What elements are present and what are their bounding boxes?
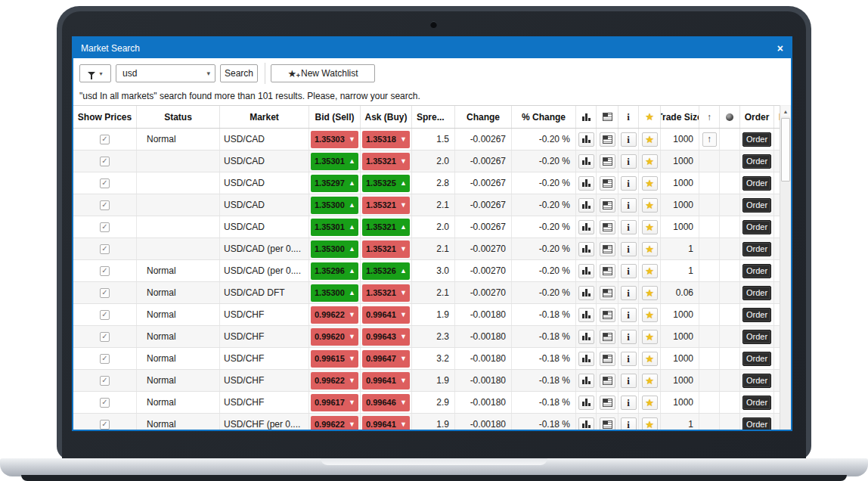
bid-price[interactable]: 1.35301▲ — [311, 219, 358, 236]
show-prices-checkbox[interactable]: ✓ — [100, 157, 110, 166]
market-window-button[interactable] — [600, 132, 615, 147]
search-button[interactable]: Search — [220, 64, 258, 82]
col-order[interactable]: Order — [740, 106, 774, 128]
chart-button[interactable] — [578, 396, 594, 410]
new-watchlist-button[interactable]: ★+ New Watchlist — [271, 64, 375, 82]
order-button[interactable]: Order — [742, 242, 771, 256]
favorite-button[interactable]: ★ — [642, 198, 658, 213]
ask-price[interactable]: 1.35321▼ — [362, 197, 410, 214]
favorite-button[interactable]: ★ — [642, 352, 658, 366]
ask-price[interactable]: 1.35321▼ — [362, 240, 410, 258]
market-window-button[interactable] — [600, 308, 615, 322]
show-prices-checkbox[interactable]: ✓ — [100, 288, 110, 298]
vertical-scrollbar[interactable]: ▲ — [780, 105, 791, 431]
show-prices-checkbox[interactable]: ✓ — [100, 398, 110, 408]
col-ask[interactable]: Ask (Buy) — [361, 106, 412, 128]
market-window-button[interactable] — [600, 242, 615, 256]
order-button[interactable]: Order — [742, 352, 771, 366]
ask-price[interactable]: 0.99641▼ — [362, 306, 410, 324]
show-prices-checkbox[interactable]: ✓ — [100, 266, 110, 276]
info-button[interactable]: i — [621, 198, 637, 213]
search-input[interactable]: usd ▾ — [116, 64, 215, 82]
order-button[interactable]: Order — [742, 198, 771, 213]
bid-price[interactable]: 1.35300▲ — [311, 197, 358, 214]
chart-button[interactable] — [578, 352, 594, 366]
info-button[interactable]: i — [621, 330, 637, 344]
col-market[interactable]: Market — [220, 106, 309, 128]
bid-price[interactable]: 0.99622▼ — [311, 372, 358, 389]
chart-button[interactable] — [578, 330, 594, 344]
col-change[interactable]: Change — [455, 106, 512, 128]
chart-button[interactable] — [578, 374, 594, 388]
bid-price[interactable]: 1.35303▼ — [311, 131, 358, 148]
info-button[interactable]: i — [621, 132, 637, 147]
favorite-button[interactable]: ★ — [642, 308, 658, 322]
info-button[interactable]: i — [621, 154, 637, 169]
order-button[interactable]: Order — [742, 154, 771, 169]
favorite-button[interactable]: ★ — [642, 242, 658, 256]
col-market-window[interactable] — [597, 106, 618, 128]
sort-up-button[interactable]: ↑ — [702, 132, 717, 147]
bid-price[interactable]: 0.99617▼ — [311, 394, 358, 411]
chart-button[interactable] — [578, 176, 594, 191]
bid-price[interactable]: 0.99622▼ — [311, 306, 358, 324]
favorite-button[interactable]: ★ — [642, 396, 658, 410]
col-status[interactable]: Status — [137, 106, 220, 128]
info-button[interactable]: i — [621, 264, 637, 278]
bid-price[interactable]: 0.99620▼ — [311, 328, 358, 346]
bid-price[interactable]: 0.99615▼ — [311, 350, 358, 368]
show-prices-checkbox[interactable]: ✓ — [100, 135, 110, 144]
show-prices-checkbox[interactable]: ✓ — [100, 354, 110, 364]
col-clock[interactable] — [720, 106, 740, 128]
market-window-button[interactable] — [600, 374, 615, 388]
show-prices-checkbox[interactable]: ✓ — [100, 420, 110, 430]
col-favorite[interactable]: ★ — [639, 106, 661, 128]
market-window-button[interactable] — [600, 176, 615, 191]
order-button[interactable]: Order — [742, 286, 771, 300]
order-button[interactable]: Order — [742, 176, 771, 191]
bid-price[interactable]: 1.35296▲ — [311, 262, 358, 280]
info-button[interactable]: i — [621, 242, 637, 256]
order-button[interactable]: Order — [742, 132, 771, 147]
scrollbar-thumb[interactable] — [781, 118, 790, 182]
show-prices-checkbox[interactable]: ✓ — [100, 222, 110, 232]
market-window-button[interactable] — [600, 330, 615, 344]
show-prices-checkbox[interactable]: ✓ — [100, 376, 110, 386]
favorite-button[interactable]: ★ — [642, 132, 658, 147]
show-prices-checkbox[interactable]: ✓ — [100, 178, 110, 188]
favorite-button[interactable]: ★ — [642, 176, 658, 191]
ask-price[interactable]: 1.35321▲ — [362, 219, 410, 236]
chart-button[interactable] — [578, 417, 594, 432]
market-window-button[interactable] — [600, 198, 615, 213]
market-window-button[interactable] — [600, 154, 615, 169]
chart-button[interactable] — [578, 132, 594, 147]
market-window-button[interactable] — [600, 220, 615, 234]
chart-button[interactable] — [578, 308, 594, 322]
favorite-button[interactable]: ★ — [642, 374, 658, 388]
market-window-button[interactable] — [600, 417, 615, 432]
favorite-button[interactable]: ★ — [642, 220, 658, 234]
col-show-prices[interactable]: Show Prices — [73, 106, 137, 128]
show-prices-checkbox[interactable]: ✓ — [100, 244, 110, 254]
chart-button[interactable] — [578, 242, 594, 256]
show-prices-checkbox[interactable]: ✓ — [100, 200, 110, 210]
show-prices-checkbox[interactable]: ✓ — [100, 332, 110, 342]
order-button[interactable]: Order — [742, 417, 771, 432]
show-prices-checkbox[interactable]: ✓ — [100, 310, 110, 320]
info-button[interactable]: i — [621, 417, 637, 432]
info-button[interactable]: i — [621, 308, 637, 322]
close-icon[interactable]: × — [777, 43, 783, 54]
ask-price[interactable]: 0.99641▼ — [362, 416, 410, 432]
favorite-button[interactable]: ★ — [642, 286, 658, 300]
col-trade-size[interactable]: Trade Size — [661, 106, 699, 128]
chart-button[interactable] — [578, 154, 594, 169]
info-button[interactable]: i — [621, 286, 637, 300]
favorite-button[interactable]: ★ — [642, 154, 658, 169]
ask-price[interactable]: 0.99646▼ — [362, 394, 410, 411]
favorite-button[interactable]: ★ — [642, 264, 658, 278]
col-bid[interactable]: Bid (Sell) — [309, 106, 361, 128]
market-window-button[interactable] — [600, 352, 615, 366]
ask-price[interactable]: 0.99641▼ — [362, 372, 410, 389]
info-button[interactable]: i — [621, 176, 637, 191]
chart-button[interactable] — [578, 264, 594, 278]
